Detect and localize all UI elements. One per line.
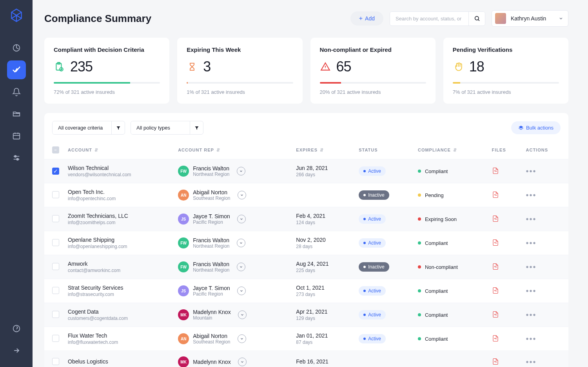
row-checkbox[interactable] (52, 335, 59, 342)
rep-expand[interactable] (238, 334, 246, 343)
expires-date: Apr 21, 2021 (296, 309, 351, 315)
row-actions-menu[interactable]: ••• (526, 263, 537, 271)
bulk-actions-button[interactable]: Bulk actions (511, 121, 561, 134)
pdf-file-icon[interactable] (492, 289, 499, 295)
row-checkbox[interactable] (52, 358, 59, 365)
filter-icon[interactable] (190, 121, 203, 134)
account-email: info@opentechinc.com (68, 196, 170, 201)
pdf-file-icon[interactable] (492, 313, 499, 319)
row-actions-menu[interactable]: ••• (526, 215, 537, 223)
rep-expand[interactable] (238, 191, 246, 199)
pdf-file-icon[interactable] (492, 360, 499, 366)
policy-filter[interactable]: All policy types (131, 121, 203, 135)
row-actions-menu[interactable]: ••• (526, 287, 537, 295)
rep-avatar: AN (178, 190, 189, 201)
row-checkbox[interactable] (52, 311, 59, 318)
rep-region: Pacific Region (193, 291, 230, 297)
account-name: Strat Security Services (68, 285, 170, 291)
table-row: Cogent Datacustomers@cogentdata.com MK M… (44, 303, 568, 327)
coverage-filter[interactable]: All coverage criteria (52, 121, 125, 135)
row-actions-menu[interactable]: ••• (526, 358, 537, 366)
account-email: vendors@wilsontechnical.com (68, 172, 170, 177)
nav-collapse[interactable] (7, 341, 26, 360)
row-checkbox[interactable]: ✓ (52, 168, 59, 175)
row-actions-menu[interactable]: ••• (526, 191, 537, 199)
pdf-file-icon[interactable] (492, 241, 499, 247)
nav-settings[interactable] (7, 148, 26, 167)
card-footnote: 1% of 321 active insureds (187, 89, 293, 95)
search-icon (474, 15, 480, 22)
expires-days: 266 days (296, 172, 351, 177)
clipboard-check-icon (54, 61, 65, 72)
sidebar (0, 0, 33, 367)
pdf-file-icon[interactable] (492, 337, 499, 343)
user-dropdown[interactable]: Kathryn Austin (492, 10, 568, 27)
rep-expand[interactable] (237, 215, 246, 223)
status-badge: Active (359, 238, 386, 248)
account-email: customers@cogentdata.com (68, 316, 170, 321)
nav-folder[interactable] (7, 104, 26, 123)
select-all-checkbox[interactable]: − (52, 146, 59, 153)
rep-expand[interactable] (237, 167, 245, 175)
row-actions-menu[interactable]: ••• (526, 239, 537, 247)
compliance-cell: Compliant (418, 312, 484, 318)
rep-expand[interactable] (238, 310, 247, 319)
expires-days: 124 days (296, 220, 351, 225)
expires-date: Aug 24, 2021 (296, 261, 351, 267)
row-checkbox[interactable] (52, 263, 59, 270)
pdf-file-icon[interactable] (492, 193, 499, 199)
expires-date: Feb 16, 2021 (296, 358, 351, 365)
nav-calendar[interactable] (7, 126, 26, 145)
table-row: Open Tech Inc.info@opentechinc.com AN Ab… (44, 183, 568, 207)
filter-icon[interactable] (111, 121, 125, 134)
card-footnote: 7% of 321 active insureds (453, 89, 559, 95)
row-checkbox[interactable] (52, 287, 59, 294)
pdf-file-icon[interactable] (492, 265, 499, 271)
row-checkbox[interactable] (52, 239, 59, 246)
expires-date: Oct 1, 2021 (296, 285, 351, 291)
rep-expand[interactable] (238, 358, 247, 366)
rep-name: Abigail Norton (193, 333, 230, 339)
rep-expand[interactable] (237, 287, 246, 295)
pdf-file-icon[interactable] (492, 217, 499, 223)
col-account[interactable]: Account⇵ (64, 141, 174, 159)
rep-avatar: AN (178, 333, 189, 344)
row-actions-menu[interactable]: ••• (526, 167, 537, 175)
account-name: Amwork (68, 261, 170, 267)
col-rep[interactable]: Account Rep⇵ (174, 141, 292, 159)
add-button[interactable]: + Add (350, 11, 383, 26)
status-badge: Active (359, 286, 386, 296)
col-compliance[interactable]: Compliance⇵ (414, 141, 488, 159)
row-checkbox[interactable] (52, 215, 59, 222)
nav-help[interactable] (7, 319, 26, 338)
status-badge: Active (359, 310, 386, 320)
compliance-cell: Pending (418, 192, 484, 198)
svg-point-3 (16, 158, 18, 160)
search-input[interactable] (390, 12, 468, 26)
row-actions-menu[interactable]: ••• (526, 310, 537, 319)
row-checkbox[interactable] (52, 191, 59, 198)
rep-avatar: MK (178, 356, 189, 367)
card-value: 18 (469, 58, 484, 75)
nav-notifications[interactable] (7, 82, 26, 101)
card-value: 3 (203, 58, 211, 75)
pdf-file-icon[interactable] (492, 169, 499, 175)
rep-name: Jayce T. Simon (193, 285, 230, 291)
account-name: Flux Water Tech (68, 332, 170, 339)
nav-dashboard[interactable] (7, 38, 26, 57)
expires-days: 129 days (296, 316, 351, 321)
summary-card: Pending Verifications 18 7% of 321 activ… (443, 38, 568, 104)
search-button[interactable] (468, 12, 485, 26)
rep-expand[interactable] (237, 239, 245, 247)
col-expires[interactable]: Expires⇵ (292, 141, 355, 159)
nav-compliance[interactable] (7, 60, 26, 79)
svg-point-5 (475, 16, 478, 20)
expires-days: 87 days (296, 340, 351, 345)
warning-triangle-icon (320, 61, 331, 72)
account-email: info@openlaneshipping.com (68, 244, 170, 249)
row-actions-menu[interactable]: ••• (526, 334, 537, 343)
plus-icon: + (359, 15, 363, 22)
table-row: Strat Security Servicesinfo@strasecurity… (44, 279, 568, 303)
rep-expand[interactable] (237, 263, 245, 271)
account-name: Openlane Shipping (68, 237, 170, 243)
